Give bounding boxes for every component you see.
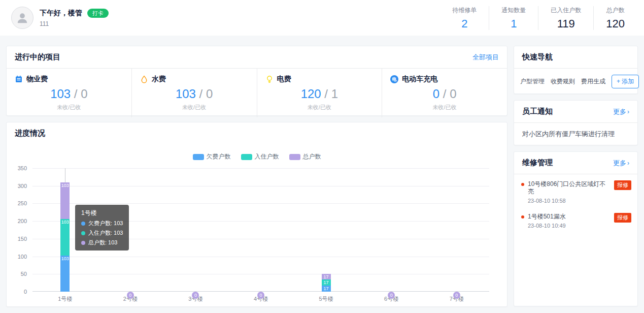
tooltip-row-text: 总户数: 103 (88, 239, 117, 246)
repair-item-title: 1号楼501漏水 (528, 213, 566, 221)
bar-value-label: 103 (60, 220, 70, 225)
stat-occupied-households[interactable]: 已入住户数 119 (538, 6, 594, 30)
paid-count: 0 (206, 87, 213, 101)
project-caption: 未收/已收 (7, 104, 131, 111)
repair-more-link[interactable]: 更多› (613, 159, 629, 168)
progress-card: 进度情况 欠费户数入住户数总户数 050100150200250300350 1… (6, 122, 507, 307)
quick-nav-title: 快速导航 (522, 52, 553, 62)
repair-item-time: 23-08-10 10:49 (528, 223, 566, 229)
legend-item[interactable]: 欠费户数 (193, 152, 231, 161)
checkin-badge[interactable]: 打卡 (87, 9, 109, 18)
y-axis-tick-label: 0 (24, 289, 27, 295)
stat-value: 119 (551, 18, 581, 30)
tooltip-row: 总户数: 103 (81, 239, 123, 246)
gridline (32, 257, 489, 257)
unpaid-count: 103 (176, 87, 196, 101)
stat-pending-repairs[interactable]: 待维修单 2 (440, 6, 489, 30)
project-caption: 未收/已收 (257, 104, 382, 111)
gridline (32, 203, 489, 204)
gridline (32, 168, 489, 169)
y-axis-tick-label: 300 (18, 183, 27, 189)
stat-label: 总户数 (606, 6, 625, 15)
right-column: 快速导航 户型管理 收费规则 费用生成 + 添加 员工通知 更多› 对小区内所有… (514, 46, 638, 307)
progress-chart: 050100150200250300350 103103103000171717… (15, 168, 499, 303)
repair-tag[interactable]: 报修 (614, 180, 631, 190)
project-property-fee[interactable]: 物业费 103 / 0 未收/已收 (7, 69, 132, 117)
y-axis-tick-label: 200 (18, 218, 27, 224)
tooltip-row: 入住户数: 103 (81, 229, 123, 237)
bar-segment[interactable]: 103 (60, 219, 70, 256)
ongoing-projects-title: 进行中的项目 (15, 52, 60, 62)
y-axis-tick-label: 350 (18, 165, 27, 171)
zero-value-label: 0 (453, 292, 460, 299)
project-name: 水费 (152, 75, 166, 84)
zero-value-label: 0 (257, 292, 264, 299)
chart-plot[interactable]: 103103103000171717001号楼欠费户数: 103入住户数: 10… (32, 168, 489, 292)
gridline (32, 274, 489, 274)
quick-link-fee-generation[interactable]: 费用生成 (581, 77, 605, 86)
projects-row: 物业费 103 / 0 未收/已收 水费 103 / 0 (7, 69, 507, 117)
avatar[interactable] (11, 7, 33, 29)
ongoing-projects-card: 进行中的项目 全部项目 物业费 103 / 0 未收/已收 (6, 46, 507, 116)
bar-segment[interactable]: 103 (60, 256, 70, 292)
tooltip-row-text: 入住户数: 103 (88, 229, 123, 237)
bar-segment[interactable]: 103 (60, 182, 70, 219)
legend-label: 总户数 (303, 152, 321, 161)
notice-item[interactable]: 对小区内所有僵尸车辆进行清理 (514, 123, 637, 145)
bar-segment[interactable]: 17 (322, 286, 331, 292)
top-bar: 下午好，楼管 打卡 111 待维修单 2 通知数量 1 已入住户数 119 总户… (0, 0, 644, 36)
stat-total-households[interactable]: 总户数 120 (594, 6, 637, 30)
legend-swatch-icon (241, 154, 252, 160)
stat-notifications[interactable]: 通知数量 1 (489, 6, 538, 30)
project-electric-fee[interactable]: 电费 120 / 1 未收/已收 (257, 69, 383, 117)
y-axis-tick-label: 50 (21, 271, 27, 277)
legend-swatch-icon (193, 154, 204, 160)
red-dot-icon (521, 183, 524, 186)
staff-notice-header: 员工通知 更多› (514, 101, 637, 123)
bar-value-label: 103 (60, 183, 70, 188)
progress-header: 进度情况 (7, 122, 507, 144)
repair-tag[interactable]: 报修 (614, 213, 631, 223)
staff-notice-card: 员工通知 更多› 对小区内所有僵尸车辆进行清理 (514, 100, 638, 145)
y-axis-tick-label: 250 (18, 200, 27, 206)
project-ev-charging[interactable]: 电 电动车充电 0 / 0 未收/已收 (382, 69, 507, 117)
repair-header: 维修管理 更多› (514, 152, 637, 174)
ongoing-projects-header: 进行中的项目 全部项目 (7, 46, 507, 69)
bar-segment[interactable]: 17 (322, 279, 331, 286)
legend-item[interactable]: 入住户数 (241, 152, 279, 161)
add-button[interactable]: + 添加 (612, 75, 639, 88)
zero-value-label: 0 (127, 292, 134, 299)
paid-count: 1 (331, 87, 338, 101)
bar-value-label: 17 (322, 280, 331, 285)
legend-label: 欠费户数 (207, 152, 231, 161)
tooltip-title: 1号楼 (81, 209, 123, 217)
water-fee-icon (140, 75, 148, 83)
header-stats: 待维修单 2 通知数量 1 已入住户数 119 总户数 120 (440, 6, 637, 30)
stat-label: 已入住户数 (551, 6, 581, 15)
greeting-text: 下午好，楼管 (40, 9, 82, 18)
project-water-fee[interactable]: 水费 103 / 0 未收/已收 (132, 69, 257, 117)
quick-link-fee-rules[interactable]: 收费规则 (551, 77, 575, 86)
repair-item-time: 23-08-10 10:58 (528, 198, 611, 204)
repair-list-item[interactable]: 1号楼501漏水 23-08-10 10:49 报修 (514, 207, 637, 232)
quick-link-household-types[interactable]: 户型管理 (520, 77, 545, 86)
staff-notice-more-link[interactable]: 更多› (613, 107, 629, 116)
y-axis-tick-label: 100 (18, 254, 27, 260)
chart-legend: 欠费户数入住户数总户数 (7, 152, 507, 161)
bar-value-label: 103 (60, 256, 70, 261)
paid-count: 0 (450, 87, 456, 101)
project-caption: 未收/已收 (382, 104, 507, 111)
all-projects-link[interactable]: 全部项目 (472, 53, 499, 62)
unpaid-count: 103 (50, 87, 71, 101)
unpaid-count: 120 (301, 87, 321, 101)
x-axis-tick-label: 1号楼 (58, 295, 72, 303)
y-axis-tick-label: 150 (18, 236, 27, 242)
bar-segment[interactable]: 17 (322, 274, 331, 280)
repair-list-item[interactable]: 10号楼806门口公共区域灯不亮 23-08-10 10:58 报修 (514, 174, 637, 207)
stat-value: 2 (452, 18, 477, 30)
legend-item[interactable]: 总户数 (289, 152, 321, 161)
ev-charging-icon: 电 (390, 75, 398, 83)
stat-label: 待维修单 (452, 6, 477, 15)
user-text: 下午好，楼管 打卡 111 (40, 9, 109, 27)
x-axis-tick-label: 5号楼 (319, 295, 333, 303)
